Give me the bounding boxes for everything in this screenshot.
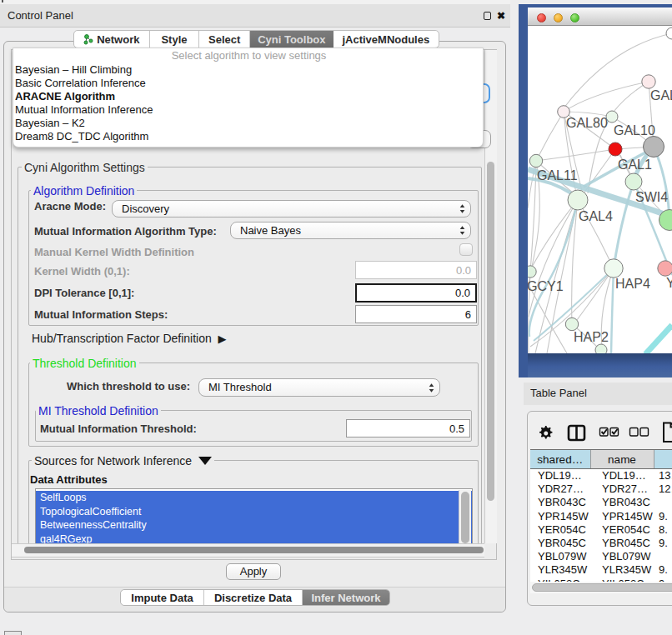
svg-text:GAL80: GAL80 (566, 116, 608, 130)
svg-text:GAL11: GAL11 (537, 168, 578, 182)
svg-text:GAL4: GAL4 (579, 209, 613, 223)
svg-text:GAL10: GAL10 (614, 123, 655, 138)
svg-text:GCY1: GCY1 (528, 279, 564, 293)
svg-text:HAP2: HAP2 (574, 330, 609, 344)
svg-text:GAL1: GAL1 (618, 158, 652, 172)
svg-text:SWI4: SWI4 (635, 190, 668, 204)
svg-text:Y: Y (666, 276, 672, 290)
svg-text:GAL7: GAL7 (650, 88, 672, 102)
svg-text:HAP4: HAP4 (615, 277, 650, 291)
